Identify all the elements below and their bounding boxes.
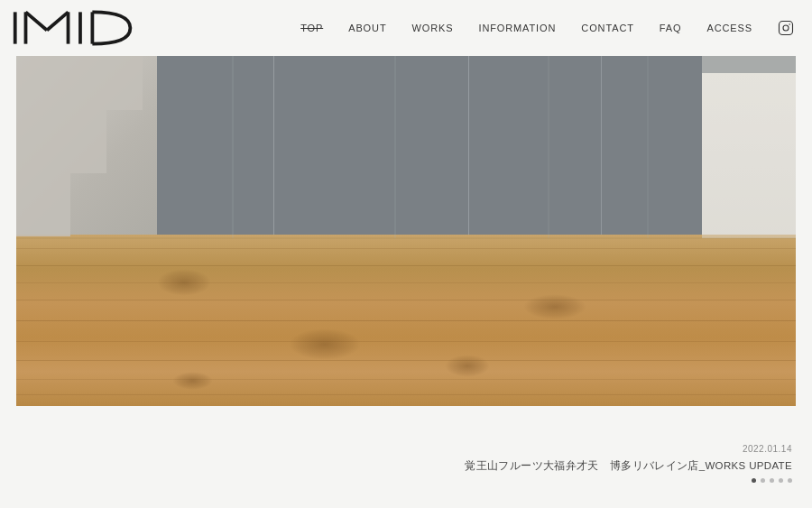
dot-4[interactable] [779,478,783,483]
svg-line-3 [47,12,69,30]
nav-item-works[interactable]: WORKS [411,23,453,33]
info-bar: 2022.01.14 覚王山フルーツ大福弁才天 博多リバレイン店_WORKS U… [0,418,812,508]
hero-scene [16,56,796,406]
svg-line-2 [25,12,47,30]
news-title: 覚王山フルーツ大福弁才天 博多リバレイン店_WORKS UPDATE [465,459,792,473]
logo-svg [9,9,145,47]
nav-item-about[interactable]: ABOUT [348,23,386,33]
dot-5[interactable] [788,478,792,483]
nav-item-information[interactable]: INFORMATION [478,23,556,33]
svg-rect-7 [780,22,793,35]
lower-wood [16,235,796,406]
nav-item-top[interactable]: TOP [300,23,323,33]
dot-2[interactable] [761,478,765,483]
dot-1[interactable] [752,478,756,483]
hero-image [16,56,796,406]
hero-container [16,56,796,406]
pagination-dots [752,478,792,483]
wall-divider [601,56,602,238]
nav-item-access[interactable]: ACCESS [706,23,752,33]
svg-point-9 [789,23,790,25]
dot-3[interactable] [770,478,774,483]
header: TOP ABOUT WORKS INFORMATION CONTACT FAQ … [0,0,812,56]
nav-item-faq[interactable]: FAQ [660,23,682,33]
news-date: 2022.01.14 [743,444,792,454]
nav: TOP ABOUT WORKS INFORMATION CONTACT FAQ … [300,20,794,36]
logo[interactable] [9,5,145,51]
svg-point-8 [783,25,789,31]
nav-item-contact[interactable]: CONTACT [581,23,634,33]
page-wrapper: TOP ABOUT WORKS INFORMATION CONTACT FAQ … [0,0,812,508]
wood-texture [16,235,796,406]
instagram-icon[interactable] [778,20,794,36]
